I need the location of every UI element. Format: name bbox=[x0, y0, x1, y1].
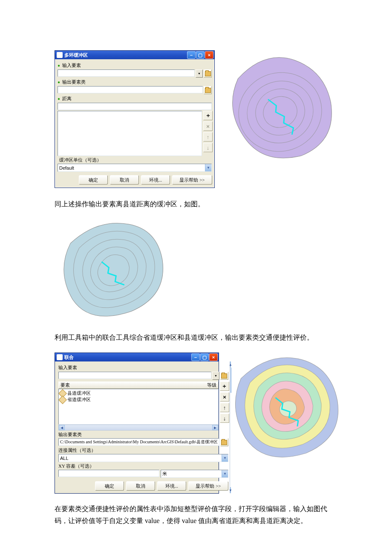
required-dot-icon: ● bbox=[58, 80, 61, 84]
window-title: 多环缓冲区 bbox=[64, 52, 88, 58]
titlebar[interactable]: 联合 – ▢ × bbox=[55, 353, 219, 361]
cancel-button[interactable]: 取消 bbox=[126, 481, 155, 491]
scroll-right-icon[interactable]: ▶ bbox=[212, 425, 218, 430]
titlebar[interactable]: 多环缓冲区 – ▢ × bbox=[55, 51, 214, 59]
distances-list[interactable] bbox=[58, 111, 202, 156]
minimize-button[interactable]: – bbox=[187, 51, 196, 59]
window-title: 联合 bbox=[64, 354, 74, 361]
list-item[interactable]: 省道缓冲区 bbox=[60, 396, 217, 403]
show-help-button[interactable]: 显示帮助 >> bbox=[188, 481, 228, 491]
col-feature: 要素 bbox=[61, 382, 70, 388]
figure-row-1: 多环缓冲区 – ▢ × ●输入要素 ▼ ●输出要素类 bbox=[55, 50, 337, 188]
maximize-button[interactable]: ▢ bbox=[196, 51, 205, 59]
environments-button[interactable]: 环境... bbox=[157, 481, 186, 491]
label-join-attributes: 连接属性（可选） bbox=[58, 447, 228, 454]
output-path-field[interactable]: C:\Documents and Settings\Administrator\… bbox=[58, 438, 219, 446]
buffer-unit-select[interactable]: Default ▼ bbox=[58, 164, 212, 172]
app-icon bbox=[57, 354, 63, 360]
close-button[interactable]: × bbox=[205, 51, 213, 59]
figure-row-3: 联合 – ▢ × 输入要素 ▼ 要素 bbox=[55, 353, 337, 494]
scroll-down-icon[interactable]: ▼ bbox=[230, 487, 231, 493]
xy-tolerance-input[interactable] bbox=[58, 470, 159, 477]
distance-input[interactable] bbox=[58, 103, 212, 110]
label-input-features: 输入要素 bbox=[58, 364, 228, 371]
paragraph-1: 同上述操作输出要素离县道距离的缓冲区，如图。 bbox=[55, 198, 337, 210]
maximize-button[interactable]: ▢ bbox=[200, 353, 209, 361]
folder-icon bbox=[205, 88, 211, 93]
dropdown-icon[interactable]: ▼ bbox=[222, 454, 228, 462]
scroll-left-icon[interactable]: ◀ bbox=[59, 425, 65, 430]
join-attributes-select[interactable]: ALL ▼ bbox=[58, 454, 228, 462]
remove-button[interactable]: × bbox=[203, 121, 213, 131]
paragraph-2: 利用工具箱中的联合工具综合省道缓冲区和县道缓冲区，输出要素类交通便捷性评价。 bbox=[55, 332, 337, 343]
dropdown-button[interactable]: ▼ bbox=[212, 372, 219, 380]
document-page: 多环缓冲区 – ▢ × ●输入要素 ▼ ●输出要素类 bbox=[0, 0, 392, 555]
dialog-union: 联合 – ▢ × 输入要素 ▼ 要素 bbox=[55, 353, 219, 494]
folder-icon bbox=[221, 440, 227, 445]
label-input-features: ●输入要素 bbox=[58, 62, 212, 69]
vertical-scrollbar[interactable]: ▲ ▼ bbox=[230, 361, 230, 493]
features-table-header: 要素 等级 bbox=[58, 382, 219, 389]
figure-province-buffer bbox=[224, 50, 335, 170]
col-rank: 等级 bbox=[207, 382, 216, 388]
figure-row-2 bbox=[55, 219, 337, 321]
move-up-button[interactable]: ↑ bbox=[203, 132, 213, 142]
select-value: 米 bbox=[162, 471, 167, 477]
ok-button[interactable]: 确定 bbox=[95, 481, 124, 491]
close-button[interactable]: × bbox=[209, 353, 218, 361]
move-up-button[interactable]: ↑ bbox=[220, 403, 229, 412]
required-dot-icon: ● bbox=[58, 63, 61, 68]
select-value: ALL bbox=[60, 456, 69, 461]
input-features-field[interactable] bbox=[58, 69, 195, 77]
xy-unit-select[interactable]: 米 ▼ bbox=[161, 470, 228, 478]
label-output-features: 输出要素类 bbox=[58, 431, 228, 438]
browse-button[interactable] bbox=[220, 372, 228, 380]
dropdown-button[interactable]: ▼ bbox=[196, 69, 203, 78]
show-help-button[interactable]: 显示帮助 >> bbox=[172, 175, 212, 185]
label-xy-tolerance: XY 容差（可选） bbox=[58, 463, 228, 469]
label-output-features: ●输出要素类 bbox=[58, 79, 212, 85]
folder-icon bbox=[221, 373, 227, 379]
select-value: Default bbox=[59, 165, 74, 171]
label-buffer-unit: 缓冲区单位（可选） bbox=[59, 157, 212, 163]
cancel-button[interactable]: 取消 bbox=[110, 175, 139, 185]
minimize-button[interactable]: – bbox=[191, 353, 200, 361]
label-distance: ●距离 bbox=[58, 95, 212, 102]
dialog-footer: 确定 取消 环境... 显示帮助 >> bbox=[55, 173, 214, 188]
required-dot-icon: ● bbox=[58, 96, 61, 101]
figure-union-result bbox=[229, 354, 342, 464]
scroll-up-icon[interactable]: ▲ bbox=[230, 361, 231, 367]
remove-button[interactable]: × bbox=[220, 392, 229, 402]
dialog-multi-ring-buffer: 多环缓冲区 – ▢ × ●输入要素 ▼ ●输出要素类 bbox=[55, 50, 215, 188]
scroll-thumb[interactable] bbox=[231, 367, 231, 393]
figure-county-buffer bbox=[55, 219, 174, 321]
move-down-button[interactable]: ↓ bbox=[203, 143, 213, 152]
dialog-body: ●输入要素 ▼ ●输出要素类 ●距离 bbox=[55, 59, 214, 173]
features-list[interactable]: 县道缓冲区 省道缓冲区 bbox=[58, 389, 219, 425]
dialog-body: 输入要素 ▼ 要素 等级 bbox=[55, 361, 230, 493]
input-features-combo[interactable] bbox=[58, 372, 211, 379]
environments-button[interactable]: 环境... bbox=[141, 175, 170, 185]
horizontal-scrollbar[interactable]: ◀ ▶ bbox=[58, 425, 219, 431]
browse-button[interactable] bbox=[204, 69, 212, 78]
output-features-field[interactable] bbox=[58, 86, 203, 93]
browse-button[interactable] bbox=[204, 86, 212, 94]
dropdown-icon[interactable]: ▼ bbox=[222, 470, 228, 477]
move-down-button[interactable]: ↓ bbox=[220, 413, 229, 423]
feature-class-icon bbox=[58, 396, 67, 404]
app-icon bbox=[57, 52, 63, 58]
folder-icon bbox=[205, 71, 211, 76]
dropdown-icon[interactable]: ▼ bbox=[205, 164, 211, 171]
list-item[interactable]: 县道缓冲区 bbox=[60, 390, 217, 396]
add-button[interactable]: ＋ bbox=[220, 382, 229, 391]
paragraph-3: 在要素类交通便捷性评价的属性表中添加短整型评价值字段，打开字段编辑器，输入如图代… bbox=[55, 503, 337, 526]
add-button[interactable]: ＋ bbox=[203, 111, 213, 120]
dialog-footer: 确定 取消 环境... 显示帮助 >> bbox=[58, 478, 228, 492]
browse-button[interactable] bbox=[220, 438, 228, 446]
ok-button[interactable]: 确定 bbox=[79, 175, 108, 185]
